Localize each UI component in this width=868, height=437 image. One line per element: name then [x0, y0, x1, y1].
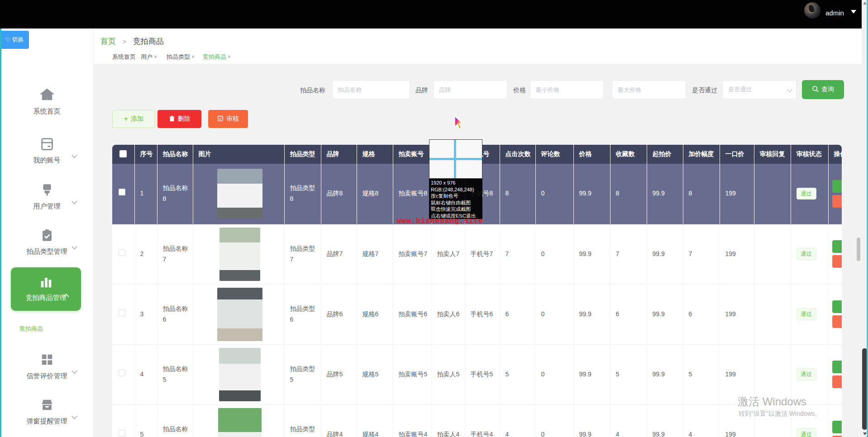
cell-audit-reply [754, 224, 791, 284]
chevron-down-icon[interactable] [851, 10, 856, 14]
filter-pass-select[interactable]: 是否通过 [722, 80, 796, 99]
row-checkbox[interactable] [119, 430, 125, 437]
row-edit-button[interactable] [832, 421, 842, 433]
scroll-up-icon[interactable] [863, 2, 867, 5]
cell-clicks: 4 [500, 404, 535, 437]
filter-name-input[interactable] [332, 80, 410, 99]
filter-price-max-input[interactable] [612, 80, 686, 99]
windows-activate-title: 激活 Windows [738, 394, 806, 409]
sidebar-item-auction-goods[interactable]: 竞拍商品管理 [11, 267, 81, 311]
row-edit-button[interactable] [832, 240, 842, 253]
select-all-checkbox[interactable] [119, 150, 127, 157]
cell-spec: 规格4 [357, 404, 393, 437]
col-spec: 规格 [357, 145, 393, 164]
product-image [217, 169, 262, 218]
sidebar-item-account[interactable]: 我的账号 [0, 136, 94, 165]
filter-brand-input[interactable] [433, 80, 507, 99]
row-checkbox[interactable] [119, 189, 125, 195]
row-edit-button[interactable] [832, 300, 842, 313]
col-audit-reply: 审核回复 [754, 145, 791, 164]
cell-index: 5 [134, 404, 157, 437]
inner-scrollbar-thumb[interactable] [857, 238, 860, 261]
cell-seller: 拍卖人6 [431, 284, 465, 344]
filter-brand-label: 品牌 [415, 86, 428, 95]
sidebar-item-label: 我的账号 [0, 156, 94, 165]
col-comments: 评论数 [535, 145, 573, 164]
sidebar-item-reputation[interactable]: 信誉评价管理 [0, 352, 94, 380]
row-edit-button[interactable] [832, 361, 842, 373]
audit-doc-icon [217, 115, 224, 123]
tab-users[interactable]: 用户 [141, 53, 157, 61]
audit-button[interactable]: 审核 [208, 110, 248, 128]
switch-button[interactable]: 切换 [0, 31, 29, 49]
cell-clicks: 6 [500, 284, 535, 344]
cell-price: 99.9 [573, 284, 610, 344]
row-delete-button[interactable] [832, 255, 842, 268]
cell-comments: 0 [535, 284, 573, 344]
clipboard-check-icon [39, 228, 55, 243]
bar-chart-icon [38, 275, 54, 290]
cell-brand: 品牌8 [321, 164, 357, 224]
cell-index: 2 [134, 224, 157, 284]
info-dimensions: 1920 x 976 [431, 180, 481, 186]
select-placeholder: 是否通过 [728, 86, 752, 94]
tab-item-types[interactable]: 拍品类型 [167, 53, 195, 61]
col-image: 图片 [193, 145, 284, 164]
trash-icon [169, 115, 175, 123]
cell-phone: 手机号7 [465, 224, 500, 284]
cell-account: 拍卖账号6 [393, 284, 431, 344]
tab-bar: 系统首页 用户 拍品类型 竞拍商品 [94, 51, 868, 64]
avatar[interactable] [804, 2, 820, 19]
tab-system-home[interactable]: 系统首页 [112, 53, 136, 61]
row-delete-button[interactable] [832, 195, 842, 208]
breadcrumb-home[interactable]: 首页 [100, 37, 116, 46]
cell-start-price: 99.9 [647, 164, 683, 224]
add-button[interactable]: 添加 [112, 110, 155, 128]
col-price: 价格 [573, 145, 610, 164]
home-icon [39, 87, 55, 103]
row-edit-button[interactable] [832, 180, 842, 193]
sidebar-item-label: 用户管理 [0, 202, 94, 211]
table-row: 2 拍品名称7 拍品类型7 品牌7 规格7 拍卖账号7 拍卖人7 手机号7 7 … [112, 224, 842, 284]
sidebar-item-item-types[interactable]: 拍品类型管理 [0, 228, 94, 256]
row-checkbox[interactable] [119, 370, 125, 376]
cell-increment: 7 [683, 224, 720, 284]
mouse-cursor [453, 116, 465, 133]
filter-price-min-input[interactable] [530, 80, 604, 99]
cell-type: 拍品类型6 [284, 284, 321, 344]
col-account: 拍卖账号 [393, 145, 431, 164]
filter-pass-label: 是否通过 [692, 86, 717, 95]
cell-account: 拍卖账号4 [393, 404, 431, 437]
cell-index: 3 [134, 284, 157, 344]
cell-brand: 品牌7 [321, 224, 357, 284]
scroll-down-icon[interactable] [863, 432, 867, 435]
cell-brand: 品牌6 [321, 284, 357, 344]
row-delete-button[interactable] [832, 315, 842, 328]
cell-clicks: 7 [500, 224, 535, 284]
cell-clicks: 8 [500, 164, 535, 224]
row-delete-button[interactable] [832, 375, 842, 388]
cell-buy-now: 199 [720, 224, 754, 284]
cell-comments: 0 [535, 224, 573, 284]
cell-buy-now: 199 [720, 404, 754, 437]
sidebar-item-home[interactable]: 系统首页 [0, 87, 94, 116]
cell-index: 4 [134, 344, 157, 404]
col-favs: 收藏数 [610, 145, 647, 164]
col-name: 拍品名称 [157, 145, 193, 164]
sidebar-item-users[interactable]: 用户管理 [0, 182, 94, 211]
row-checkbox[interactable] [119, 249, 125, 256]
user-icon [39, 182, 55, 198]
search-button[interactable]: 查询 [802, 80, 844, 99]
info-hint: 按c复制色号 [431, 193, 481, 200]
cell-comments: 0 [535, 404, 573, 437]
username[interactable]: admin [825, 9, 844, 17]
cell-comments: 0 [535, 164, 573, 224]
tab-auction-goods[interactable]: 竞拍商品 [203, 53, 231, 61]
row-checkbox[interactable] [119, 309, 125, 316]
cell-name: 拍品名称4 [157, 404, 193, 437]
sidebar-item-popup-reminder[interactable]: 弹窗提醒管理 [0, 397, 94, 426]
cell-brand: 品牌5 [321, 344, 357, 404]
cell-phone: 手机号6 [465, 284, 500, 344]
sidebar-subitem-auction-goods[interactable]: 竞拍商品 [19, 325, 43, 333]
delete-button[interactable]: 删除 [157, 110, 201, 128]
